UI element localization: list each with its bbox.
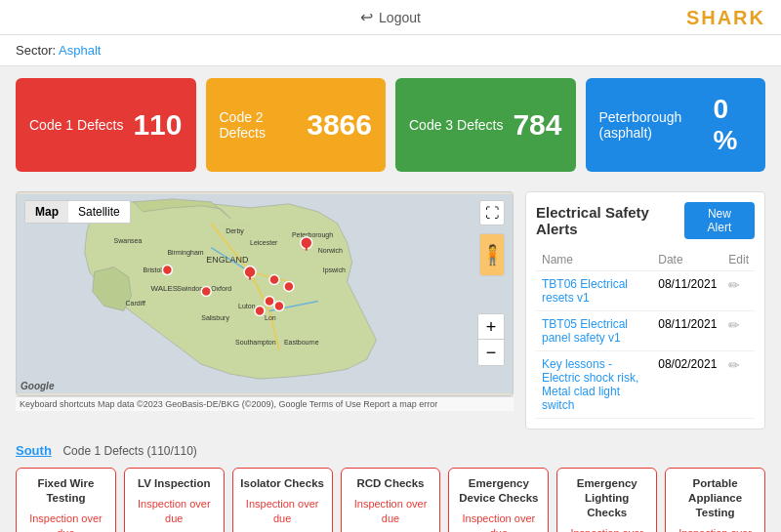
alert-name-link-0[interactable]: TBT06 Electrical resets v1 [542, 277, 628, 305]
insp-card-status-6: Inspection over due [672, 526, 759, 532]
stat-card-code1[interactable]: Code 1 Defects 110 [16, 78, 196, 172]
alert-name-cell: TBT06 Electrical resets v1 [536, 271, 652, 311]
alert-row: TBT05 Electrical panel safety v1 08/11/2… [536, 311, 755, 351]
insp-card-status-5: Inspection over due [563, 526, 650, 532]
svg-point-29 [284, 282, 294, 292]
logout-button[interactable]: ↩ Logout [360, 8, 421, 26]
insp-card-title-0: Fixed Wire Testing [22, 476, 109, 506]
insp-card-status-3: Inspection over due [348, 497, 434, 527]
sector-value[interactable]: Asphalt [59, 43, 101, 58]
svg-text:Cardiff: Cardiff [126, 300, 145, 307]
new-alert-button[interactable]: New Alert [684, 202, 755, 239]
svg-text:Lon: Lon [265, 314, 276, 321]
inspection-card-4[interactable]: Emergency Device Checks Inspection over … [448, 468, 549, 532]
sector-bar: Sector: Asphalt [0, 35, 781, 66]
zoom-out-button[interactable]: − [478, 340, 504, 365]
insp-card-title-6: Portable Appliance Testing [672, 476, 759, 520]
svg-point-34 [201, 287, 211, 297]
alert-date-cell-0: 08/11/2021 [652, 271, 722, 311]
alert-name-link-1[interactable]: TBT05 Electrical panel safety v1 [542, 317, 628, 345]
alert-name-cell: Key lessons - Electric shock risk, Metal… [536, 351, 652, 419]
alert-edit-cell-1: ✏ [722, 311, 755, 351]
svg-text:Bristol: Bristol [143, 266, 162, 273]
stat-label-code3: Code 3 Defects [409, 117, 504, 133]
alert-row: Key lessons - Electric shock risk, Metal… [536, 351, 755, 419]
svg-point-33 [162, 266, 172, 275]
map-section: Map Satellite ⛶ 🧍 + − Google [16, 191, 514, 430]
inspection-card-6[interactable]: Portable Appliance Testing Inspection ov… [665, 468, 765, 532]
alerts-col-name: Name [536, 249, 652, 271]
stat-value-peterborough: 0 % [714, 94, 752, 156]
south-sublabel: Code 1 Defects (110/110) [62, 444, 196, 458]
svg-text:Peterborough: Peterborough [292, 231, 333, 239]
map-zoom-controls: + − [477, 313, 505, 366]
insp-card-title-5: Emergency Lighting Checks [563, 476, 650, 520]
main-content: Map Satellite ⛶ 🧍 + − Google [0, 184, 781, 437]
svg-text:Norwich: Norwich [318, 247, 343, 254]
alerts-section: Electrical Safety Alerts New Alert Name … [525, 191, 765, 430]
svg-text:Swansea: Swansea [114, 237, 143, 244]
inspection-card-5[interactable]: Emergency Lighting Checks Inspection ove… [556, 468, 657, 532]
svg-point-28 [269, 275, 279, 285]
stat-card-code2[interactable]: Code 2 Defects 3866 [206, 78, 387, 172]
inspection-card-0[interactable]: Fixed Wire Testing Inspection over due [16, 468, 116, 532]
map-tab-map[interactable]: Map [25, 201, 68, 223]
svg-point-30 [265, 296, 274, 306]
south-link[interactable]: South [16, 443, 52, 458]
svg-point-32 [274, 301, 284, 310]
insp-card-status-4: Inspection over due [455, 512, 542, 532]
insp-card-title-3: RCD Checks [348, 476, 434, 491]
insp-card-status-0: Inspection over due [22, 512, 109, 532]
inspection-cards: Fixed Wire Testing Inspection over due L… [0, 462, 781, 532]
header: ↩ Logout SHARK [0, 0, 781, 35]
stats-row: Code 1 Defects 110 Code 2 Defects 3866 C… [0, 66, 781, 184]
inspection-card-1[interactable]: LV Inspection Inspection over due [124, 468, 225, 532]
alert-row: TBT06 Electrical resets v1 08/11/2021 ✏ [536, 271, 755, 311]
svg-text:Luton: Luton [238, 303, 256, 309]
svg-text:Swindon: Swindon [177, 286, 203, 293]
inspection-card-2[interactable]: Isolator Checks Inspection over due [232, 468, 333, 532]
logo: SHARK [686, 6, 765, 28]
alert-date-cell-1: 08/11/2021 [652, 311, 722, 351]
stat-value-code3: 784 [513, 108, 561, 142]
logout-label: Logout [379, 10, 421, 25]
map-footer: Keyboard shortcuts Map data ©2023 GeoBas… [16, 396, 514, 411]
svg-text:Birmingham: Birmingham [167, 249, 203, 257]
stat-card-code3[interactable]: Code 3 Defects 784 [395, 78, 576, 172]
alert-edit-icon-2[interactable]: ✏ [728, 357, 740, 373]
svg-text:WALES: WALES [150, 285, 178, 294]
fullscreen-icon: ⛶ [485, 205, 499, 221]
alert-date-cell-2: 08/02/2021 [652, 351, 722, 419]
google-logo: Google [21, 381, 54, 391]
street-view-icon[interactable]: 🧍 [479, 233, 505, 276]
stat-card-peterborough[interactable]: Peterborough (asphalt) 0 % [586, 78, 766, 172]
insp-card-title-2: Isolator Checks [239, 476, 326, 491]
alerts-title: Electrical Safety Alerts [536, 204, 684, 237]
inspection-card-3[interactable]: RCD Checks Inspection over due [341, 468, 441, 532]
sector-label: Sector: [16, 43, 56, 58]
insp-card-status-1: Inspection over due [131, 497, 218, 527]
stat-value-code2: 3866 [307, 108, 372, 142]
zoom-in-button[interactable]: + [478, 314, 504, 340]
map-container[interactable]: Map Satellite ⛶ 🧍 + − Google [16, 191, 514, 396]
svg-text:Eastbourne: Eastbourne [284, 339, 319, 346]
alert-edit-icon-0[interactable]: ✏ [728, 277, 740, 293]
stat-label-code2: Code 2 Defects [220, 109, 308, 141]
stat-label-code1: Code 1 Defects [29, 117, 124, 133]
alert-name-link-2[interactable]: Key lessons - Electric shock risk, Metal… [542, 357, 638, 412]
map-tab-satellite[interactable]: Satellite [68, 201, 130, 223]
map-tabs: Map Satellite [24, 200, 131, 224]
south-section: South Code 1 Defects (110/110) [0, 437, 781, 462]
alerts-table: Name Date Edit TBT06 Electrical resets v… [536, 249, 755, 419]
alert-edit-icon-1[interactable]: ✏ [728, 317, 740, 333]
alerts-col-date: Date [652, 249, 722, 271]
svg-text:Southampton: Southampton [235, 339, 276, 347]
fullscreen-button[interactable]: ⛶ [479, 200, 505, 225]
insp-card-status-2: Inspection over due [239, 497, 326, 527]
alert-edit-cell-2: ✏ [722, 351, 755, 419]
logo-text: SHARK [686, 6, 765, 27]
insp-card-title-4: Emergency Device Checks [455, 476, 542, 506]
logout-icon: ↩ [360, 8, 373, 26]
alerts-header: Electrical Safety Alerts New Alert [536, 202, 755, 239]
stat-label-peterborough: Peterborough (asphalt) [599, 109, 714, 141]
